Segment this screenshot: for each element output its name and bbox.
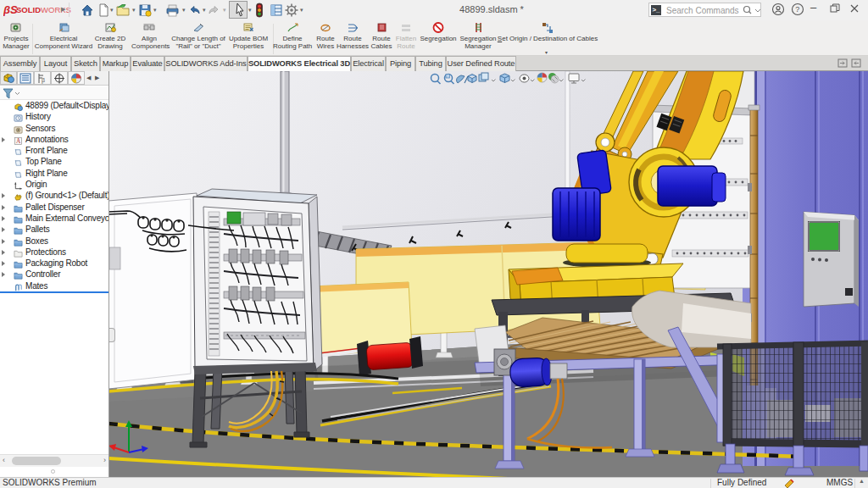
svg-text:?: ? <box>795 5 799 14</box>
svg-text:β: β <box>42 77 45 84</box>
svg-text:A: A <box>16 137 21 145</box>
